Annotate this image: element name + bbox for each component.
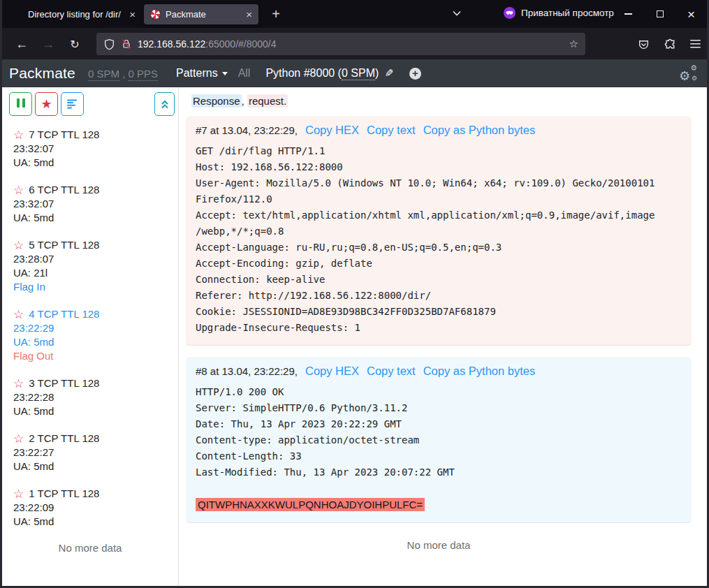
close-tab-icon[interactable]: × bbox=[129, 9, 136, 20]
reload-button[interactable]: ↻ bbox=[65, 36, 85, 52]
packmate-header: Packmate 0 SPM , 0 PPS Patterns All Pyth… bbox=[2, 59, 707, 87]
settings-gears-icon[interactable]: ⚙⚙⚙ bbox=[679, 66, 697, 81]
stream-entry-3[interactable]: ☆3 TCP TTL 128 23:22:28 UA: 5md bbox=[13, 376, 167, 418]
stream-ua: UA: 5md bbox=[13, 335, 167, 349]
patterns-dropdown[interactable]: Patterns bbox=[176, 67, 228, 80]
list-view-button[interactable] bbox=[61, 92, 84, 116]
chevron-down-icon[interactable] bbox=[453, 10, 461, 16]
legend-response: Response bbox=[191, 94, 242, 108]
stream-time: 23:22:29 bbox=[13, 321, 167, 335]
window-controls: × bbox=[613, 0, 707, 28]
close-window-button[interactable]: × bbox=[675, 0, 707, 28]
back-button[interactable]: ← bbox=[12, 36, 31, 52]
shield-icon[interactable] bbox=[103, 38, 115, 50]
copy-text-link[interactable]: Copy text bbox=[367, 365, 416, 378]
packmate-favicon-icon bbox=[150, 9, 161, 20]
stream-entry-4-selected[interactable]: ☆4 TCP TTL 128 23:22:29 UA: 5md Flag Out bbox=[13, 307, 167, 363]
service-selector[interactable]: Python #8000 (0 SPM) bbox=[265, 67, 379, 80]
menu-hamburger-icon[interactable] bbox=[685, 36, 706, 52]
stream-title: 5 TCP TTL 128 bbox=[29, 238, 99, 252]
tab-packmate[interactable]: Packmate × bbox=[144, 4, 258, 24]
plus-icon: + bbox=[412, 68, 418, 78]
favorite-star-icon[interactable]: ☆ bbox=[13, 184, 24, 196]
stream-title: 3 TCP TTL 128 bbox=[29, 376, 99, 390]
stream-time: 23:32:07 bbox=[13, 197, 167, 211]
stream-ua: UA: 5md bbox=[13, 211, 167, 225]
copy-text-link[interactable]: Copy text bbox=[367, 124, 416, 137]
close-tab-icon[interactable]: × bbox=[246, 9, 252, 20]
favorite-star-icon[interactable]: ☆ bbox=[13, 129, 24, 141]
browser-titlebar: Directory listing for /dir/ × Packmate ×… bbox=[2, 0, 707, 28]
stream-entry-2[interactable]: ☆2 TCP TTL 128 23:22:27 UA: 5md bbox=[13, 432, 167, 473]
main-no-more-data: No more data bbox=[186, 539, 692, 551]
url-bar[interactable]: 192.168.56.122:65000/#/8000/4 ☆ bbox=[96, 33, 585, 55]
sidebar-no-more-data: No more data bbox=[13, 542, 167, 554]
stream-entry-7[interactable]: ☆7 TCP TTL 128 23:32:07 UA: 5md bbox=[13, 128, 167, 170]
favorites-filter-button[interactable]: ★ bbox=[35, 92, 58, 116]
favorite-star-icon[interactable]: ☆ bbox=[13, 488, 24, 500]
favorite-star-icon[interactable]: ☆ bbox=[13, 240, 24, 251]
tab-title: Directory listing for /dir/ bbox=[28, 9, 125, 20]
add-service-button[interactable]: + bbox=[409, 68, 421, 80]
favorite-star-icon[interactable]: ☆ bbox=[13, 433, 24, 445]
stream-title: 1 TCP TTL 128 bbox=[29, 487, 99, 501]
packet-id: #7 at 13.04, 23:22:29, bbox=[196, 124, 298, 136]
caret-down-icon bbox=[222, 72, 228, 75]
copy-python-bytes-link[interactable]: Copy as Python bytes bbox=[423, 365, 536, 378]
pause-icon bbox=[15, 98, 27, 110]
direction-legend: Response, request. bbox=[191, 95, 692, 107]
stream-time: 23:28:07 bbox=[13, 252, 167, 266]
flag-out-label: Flag Out bbox=[13, 349, 167, 363]
minimize-button[interactable] bbox=[613, 0, 644, 28]
tab-title: Packmate bbox=[166, 9, 242, 20]
forward-button[interactable]: → bbox=[38, 36, 58, 52]
favorite-star-icon[interactable]: ☆ bbox=[13, 378, 24, 390]
stream-title: 4 TCP TTL 128 bbox=[29, 307, 99, 321]
stream-entry-5[interactable]: ☆5 TCP TTL 128 23:28:07 UA: 21l Flag In bbox=[13, 238, 167, 294]
flag-match-highlight: QITWPHNAXXKWULPQNHOAJDYOIHPULFC= bbox=[196, 498, 425, 511]
packet-card-request: #7 at 13.04, 23:22:29, Copy HEX Copy tex… bbox=[186, 116, 692, 346]
stream-ua: UA: 5md bbox=[13, 460, 167, 473]
tab-directory-listing[interactable]: Directory listing for /dir/ × bbox=[22, 4, 142, 24]
new-tab-button[interactable]: + bbox=[266, 4, 286, 24]
app-brand[interactable]: Packmate bbox=[9, 65, 75, 82]
flag-in-label: Flag In bbox=[13, 280, 167, 294]
copy-python-bytes-link[interactable]: Copy as Python bytes bbox=[423, 124, 536, 137]
stream-time: 23:32:07 bbox=[13, 142, 167, 156]
stream-time: 23:22:27 bbox=[13, 446, 167, 460]
private-mask-icon bbox=[504, 7, 516, 19]
packet-card-response: #8 at 13.04, 23:22:29, Copy HEX Copy tex… bbox=[186, 357, 692, 523]
sidebar-toolbar: ★ bbox=[9, 92, 175, 116]
private-browsing-label: Приватный просмотр bbox=[521, 8, 614, 18]
stream-title: 7 TCP TTL 128 bbox=[29, 128, 99, 142]
bookmark-star-icon[interactable]: ☆ bbox=[569, 38, 578, 50]
pause-button[interactable] bbox=[9, 92, 32, 116]
pocket-icon[interactable] bbox=[633, 36, 654, 52]
browser-navbar: ← → ↻ 192.168.56.122:65000/#/8000/4 ☆ bbox=[2, 28, 707, 59]
stream-entry-6[interactable]: ☆6 TCP TTL 128 23:32:07 UA: 5md bbox=[13, 183, 167, 225]
extensions-puzzle-icon[interactable] bbox=[659, 36, 680, 52]
stream-sidebar: ★ ☆7 TCP TTL 128 23:32:07 UA: 5md ☆6 TCP… bbox=[2, 87, 179, 586]
copy-hex-link[interactable]: Copy HEX bbox=[305, 124, 359, 137]
edit-pencil-icon[interactable]: ✎ bbox=[385, 67, 394, 80]
http-response-body: HTTP/1.0 200 OK Server: SimpleHTTP/0.6 P… bbox=[196, 384, 682, 513]
stream-time: 23:22:28 bbox=[13, 390, 167, 404]
stream-ua: UA: 21l bbox=[13, 266, 167, 280]
packet-view: Response, request. #7 at 13.04, 23:22:29… bbox=[179, 87, 707, 586]
favorite-star-icon[interactable]: ☆ bbox=[13, 309, 24, 321]
stream-title: 6 TCP TTL 128 bbox=[29, 183, 99, 197]
http-request-body: GET /dir/flag HTTP/1.1 Host: 192.168.56.… bbox=[196, 143, 682, 336]
url-text[interactable]: 192.168.56.122:65000/#/8000/4 bbox=[138, 38, 564, 50]
list-icon bbox=[67, 99, 78, 109]
traffic-stats: 0 SPM , 0 PPS bbox=[88, 68, 158, 80]
packet-id: #8 at 13.04, 23:22:29, bbox=[196, 365, 298, 377]
stream-ua: UA: 5md bbox=[13, 404, 167, 418]
angles-up-icon bbox=[160, 99, 170, 110]
stream-list: ☆7 TCP TTL 128 23:32:07 UA: 5md ☆6 TCP T… bbox=[2, 116, 178, 554]
maximize-button[interactable] bbox=[644, 0, 675, 28]
stream-entry-1[interactable]: ☆1 TCP TTL 128 23:22:09 UA: 5md bbox=[13, 487, 167, 529]
copy-hex-link[interactable]: Copy HEX bbox=[305, 365, 359, 378]
collapse-up-button[interactable] bbox=[154, 92, 175, 116]
insecure-lock-icon[interactable] bbox=[121, 38, 132, 50]
all-streams-link[interactable]: All bbox=[238, 67, 251, 80]
